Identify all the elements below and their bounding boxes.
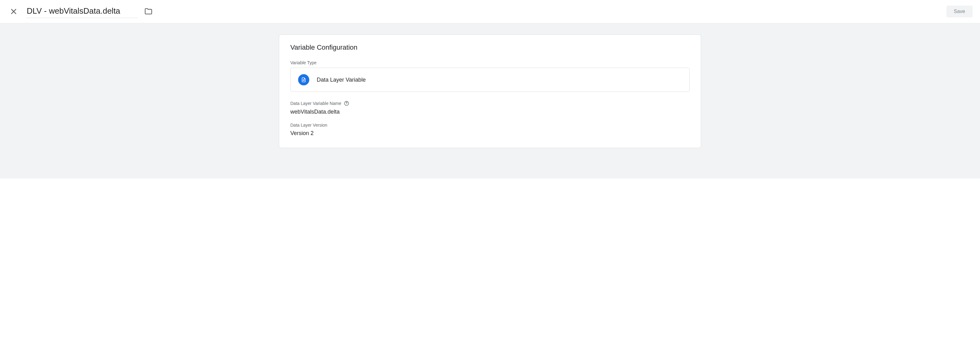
variable-name-input[interactable] [26,5,138,18]
variable-type-selector[interactable]: Data Layer Variable [290,68,690,92]
variable-name-label: Data Layer Variable Name [290,101,690,106]
close-button[interactable] [8,5,20,18]
header-bar: Save [0,0,980,23]
version-value: Version 2 [290,130,690,136]
header-left [8,5,154,18]
close-icon [10,8,18,15]
data-layer-variable-icon [298,74,309,86]
card-title: Variable Configuration [290,43,690,52]
variable-name-value: webVitalsData.delta [290,109,690,115]
folder-icon [144,7,153,16]
variable-type-label: Variable Type [290,60,690,65]
folder-button[interactable] [143,6,154,17]
help-icon[interactable] [344,101,349,106]
version-label: Data Layer Version [290,123,690,128]
save-button[interactable]: Save [947,6,972,17]
variable-configuration-card: Variable Configuration Variable Type Dat… [279,35,701,148]
variable-type-name: Data Layer Variable [317,77,366,83]
svg-point-3 [346,104,347,105]
variable-name-label-text: Data Layer Variable Name [290,101,341,106]
content-area: Variable Configuration Variable Type Dat… [0,23,980,179]
title-wrapper [26,5,154,18]
